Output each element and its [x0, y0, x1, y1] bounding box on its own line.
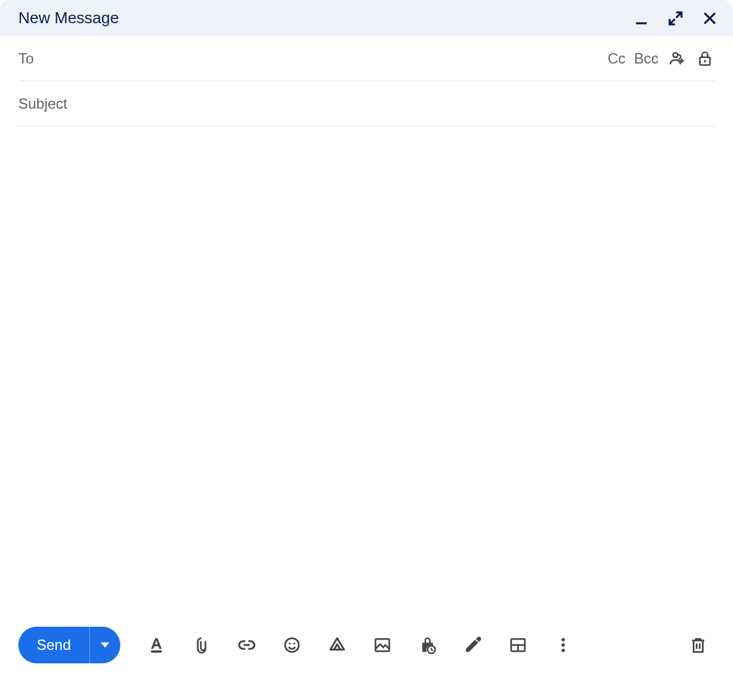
svg-rect-0: [636, 22, 646, 24]
body-area: [0, 126, 733, 614]
svg-point-12: [561, 643, 565, 647]
link-icon: [238, 636, 256, 654]
more-vert-icon: [554, 636, 572, 654]
confidential-mode-toolbar-button[interactable]: [411, 629, 444, 662]
svg-point-3: [704, 60, 706, 62]
to-label: To: [18, 50, 34, 67]
svg-rect-4: [151, 651, 162, 653]
svg-point-6: [289, 643, 291, 644]
emoji-icon: [283, 636, 301, 654]
svg-point-5: [285, 638, 299, 652]
compose-footer: Send: [0, 614, 733, 700]
svg-point-13: [561, 649, 565, 652]
more-options-button[interactable]: [547, 629, 580, 662]
to-input[interactable]: [43, 50, 607, 67]
text-format-icon: [147, 636, 166, 654]
fullscreen-button[interactable]: [667, 10, 684, 27]
close-icon: [702, 10, 718, 26]
window-title: New Message: [18, 9, 119, 27]
insert-photo-button[interactable]: [366, 629, 399, 662]
insert-emoji-button[interactable]: [275, 629, 308, 662]
close-button[interactable]: [701, 10, 718, 27]
pen-icon: [464, 636, 482, 654]
attach-button[interactable]: [185, 629, 218, 662]
subject-field-row: [18, 81, 715, 126]
send-button-group: Send: [18, 627, 120, 663]
confidential-mode-button[interactable]: [695, 49, 715, 68]
drive-icon: [328, 636, 346, 654]
window-controls: [633, 10, 718, 27]
to-field-row: To Cc Bcc: [18, 36, 715, 81]
send-button[interactable]: Send: [18, 627, 89, 663]
add-contacts-button[interactable]: [667, 49, 687, 68]
layout-icon: [509, 636, 527, 654]
bcc-toggle[interactable]: Bcc: [634, 50, 658, 67]
minimize-button[interactable]: [633, 10, 650, 27]
body-textarea[interactable]: [18, 139, 715, 602]
select-layout-button[interactable]: [501, 629, 534, 662]
minimize-icon: [633, 10, 649, 26]
expand-icon: [668, 10, 684, 26]
insert-link-button[interactable]: [230, 629, 263, 662]
trash-icon: [689, 636, 707, 654]
compose-window: New Message To Cc Bc: [0, 0, 733, 700]
insert-signature-button[interactable]: [456, 629, 489, 662]
compose-header: New Message: [0, 0, 733, 36]
svg-rect-8: [376, 639, 390, 651]
compose-fields: To Cc Bcc: [0, 36, 733, 126]
formatting-button[interactable]: [140, 629, 173, 662]
send-options-button[interactable]: [89, 627, 120, 663]
recipient-controls: Cc Bcc: [608, 49, 715, 68]
svg-point-1: [673, 53, 677, 57]
discard-draft-button[interactable]: [682, 629, 715, 662]
lock-icon: [696, 50, 713, 67]
image-icon: [373, 636, 392, 654]
attachment-icon: [192, 636, 211, 654]
lock-clock-icon: [418, 636, 437, 654]
subject-input[interactable]: [18, 95, 715, 112]
insert-drive-button[interactable]: [321, 629, 354, 662]
svg-point-11: [561, 638, 565, 642]
caret-down-icon: [101, 641, 109, 649]
svg-point-7: [293, 643, 295, 644]
person-add-icon: [668, 50, 685, 67]
cc-toggle[interactable]: Cc: [608, 50, 625, 67]
